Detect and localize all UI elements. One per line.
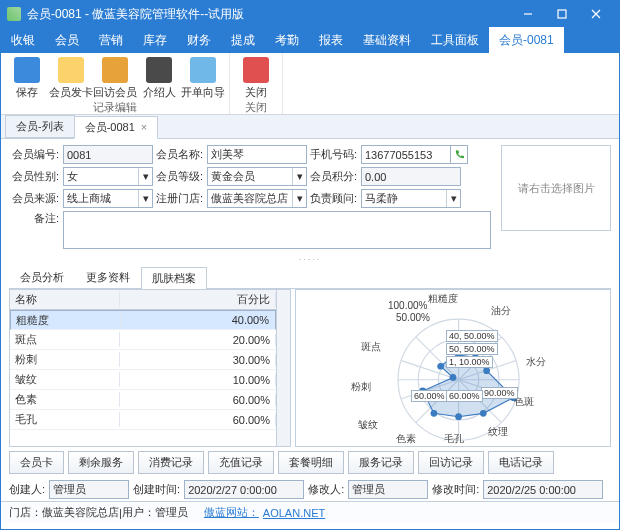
ribbon-icon bbox=[243, 57, 269, 83]
label-id: 会员编号: bbox=[9, 147, 59, 162]
field-mtime: 2020/2/25 0:00:00 bbox=[483, 480, 603, 499]
ribbon-button-label: 回访会员 bbox=[93, 85, 137, 100]
action-button[interactable]: 充值记录 bbox=[208, 451, 274, 474]
cell-pct: 60.00% bbox=[120, 394, 276, 406]
ribbon-button[interactable]: 开单向导 bbox=[181, 55, 225, 100]
field-modifier: 管理员 bbox=[348, 480, 428, 499]
label-points: 会员积分: bbox=[307, 169, 357, 184]
title-bar: 会员-0081 - 傲蓝美容院管理软件--试用版 bbox=[1, 1, 619, 27]
audit-row: 创建人: 管理员 创建时间: 2020/2/27 0:00:00 修改人: 管理… bbox=[1, 478, 619, 501]
menu-item[interactable]: 基础资料 bbox=[353, 27, 421, 53]
select-source[interactable]: 线上商城▾ bbox=[63, 189, 153, 208]
ribbon-button[interactable]: 回访会员 bbox=[93, 55, 137, 100]
radar-axis-label: 油分 bbox=[491, 304, 511, 318]
select-consultant[interactable]: 马柔静▾ bbox=[361, 189, 461, 208]
col-header: 名称 bbox=[10, 292, 120, 307]
tab-close-icon[interactable]: × bbox=[141, 121, 147, 133]
svg-rect-0 bbox=[558, 10, 566, 18]
svg-point-13 bbox=[483, 367, 490, 374]
ribbon-button[interactable]: 保存 bbox=[5, 55, 49, 100]
ribbon-icon bbox=[102, 57, 128, 83]
cell-name: 毛孔 bbox=[10, 412, 120, 427]
ribbon-button[interactable]: 关闭 bbox=[234, 55, 278, 100]
status-link-label: 傲蓝网站： bbox=[204, 505, 259, 520]
label-mtime: 修改时间: bbox=[432, 482, 479, 497]
label-level: 会员等级: bbox=[153, 169, 203, 184]
action-button[interactable]: 剩余服务 bbox=[68, 451, 134, 474]
radar-tick: 100.00% bbox=[388, 300, 427, 311]
document-tab[interactable]: 会员-0081× bbox=[74, 116, 159, 139]
menu-item[interactable]: 收银 bbox=[1, 27, 45, 53]
sub-tab[interactable]: 肌肤档案 bbox=[141, 267, 207, 289]
ribbon-icon bbox=[14, 57, 40, 83]
action-button[interactable]: 会员卡 bbox=[9, 451, 64, 474]
label-phone: 手机号码: bbox=[307, 147, 357, 162]
menu-item[interactable]: 库存 bbox=[133, 27, 177, 53]
menu-item[interactable]: 报表 bbox=[309, 27, 353, 53]
menu-item[interactable]: 工具面板 bbox=[421, 27, 489, 53]
ribbon-group-label: 记录编辑 bbox=[93, 100, 137, 114]
table-row[interactable]: 斑点20.00% bbox=[10, 330, 276, 350]
table-row[interactable]: 皱纹10.00% bbox=[10, 370, 276, 390]
phone-dial-icon[interactable] bbox=[450, 145, 468, 164]
section-divider: ····· bbox=[1, 254, 619, 264]
field-name[interactable]: 刘美琴 bbox=[207, 145, 307, 164]
sub-tab[interactable]: 会员分析 bbox=[9, 266, 75, 288]
field-phone[interactable]: 13677055153 bbox=[361, 145, 451, 164]
scrollbar[interactable] bbox=[276, 290, 290, 446]
action-button[interactable]: 消费记录 bbox=[138, 451, 204, 474]
select-gender[interactable]: 女▾ bbox=[63, 167, 153, 186]
svg-point-19 bbox=[450, 374, 457, 381]
skin-profile-area: 名称百分比粗糙度40.00%斑点20.00%粉刺30.00%皱纹10.00%色素… bbox=[1, 289, 619, 447]
close-button[interactable] bbox=[579, 3, 613, 25]
data-label: 1, 10.00% bbox=[446, 356, 493, 368]
ribbon-button[interactable]: 介绍人 bbox=[137, 55, 181, 100]
radar-axis-label: 纹理 bbox=[488, 425, 508, 439]
label-name: 会员名称: bbox=[153, 147, 203, 162]
ribbon-button-label: 开单向导 bbox=[181, 85, 225, 100]
menu-item[interactable]: 会员-0081 bbox=[489, 27, 564, 53]
radar-axis-label: 毛孔 bbox=[444, 432, 464, 446]
data-label: 90.00% bbox=[481, 387, 518, 399]
menu-item[interactable]: 财务 bbox=[177, 27, 221, 53]
document-tab[interactable]: 会员-列表 bbox=[5, 115, 75, 138]
table-row[interactable]: 色素60.00% bbox=[10, 390, 276, 410]
menu-item[interactable]: 提成 bbox=[221, 27, 265, 53]
label-gender: 会员性别: bbox=[9, 169, 59, 184]
sub-tabs: 会员分析更多资料肌肤档案 bbox=[9, 266, 611, 289]
label-store: 注册门店: bbox=[153, 191, 203, 206]
field-remark[interactable] bbox=[63, 211, 491, 249]
table-row[interactable]: 粉刺30.00% bbox=[10, 350, 276, 370]
maximize-button[interactable] bbox=[545, 3, 579, 25]
status-store: 傲蓝美容院总店 bbox=[42, 505, 119, 520]
cell-pct: 10.00% bbox=[120, 374, 276, 386]
member-form: 会员编号: 0081 会员名称: 刘美琴 手机号码: 13677055153 会… bbox=[1, 139, 619, 254]
ribbon-group-label: 关闭 bbox=[245, 100, 267, 114]
select-level[interactable]: 黄金会员▾ bbox=[207, 167, 307, 186]
skin-table: 名称百分比粗糙度40.00%斑点20.00%粉刺30.00%皱纹10.00%色素… bbox=[9, 289, 291, 447]
radar-tick: 50.00% bbox=[396, 312, 430, 323]
ribbon-button[interactable]: 会员发卡 bbox=[49, 55, 93, 100]
label-consultant: 负责顾问: bbox=[307, 191, 357, 206]
member-photo-placeholder[interactable]: 请右击选择图片 bbox=[501, 145, 611, 231]
radar-chart: 粗糙度油分水分色斑纹理毛孔色素皱纹粉刺斑点 50.00% 100.00% 40,… bbox=[295, 289, 611, 447]
ribbon-group-edit: 保存会员发卡回访会员介绍人开单向导 记录编辑 bbox=[1, 53, 230, 114]
label-modifier: 修改人: bbox=[308, 482, 344, 497]
menu-item[interactable]: 考勤 bbox=[265, 27, 309, 53]
minimize-button[interactable] bbox=[511, 3, 545, 25]
ribbon-icon bbox=[146, 57, 172, 83]
cell-pct: 20.00% bbox=[120, 334, 276, 346]
table-row[interactable]: 粗糙度40.00% bbox=[10, 310, 276, 330]
menu-item[interactable]: 营销 bbox=[89, 27, 133, 53]
table-row[interactable]: 毛孔60.00% bbox=[10, 410, 276, 430]
radar-axis-label: 粉刺 bbox=[351, 380, 371, 394]
ribbon-button-label: 关闭 bbox=[245, 85, 267, 100]
cell-name: 粗糙度 bbox=[11, 313, 121, 328]
field-ctime: 2020/2/27 0:00:00 bbox=[184, 480, 304, 499]
status-link[interactable]: AOLAN.NET bbox=[263, 507, 325, 519]
menu-item[interactable]: 会员 bbox=[45, 27, 89, 53]
app-icon bbox=[7, 7, 21, 21]
select-store[interactable]: 傲蓝美容院总店▾ bbox=[207, 189, 307, 208]
sub-tab[interactable]: 更多资料 bbox=[75, 266, 141, 288]
field-creator: 管理员 bbox=[49, 480, 129, 499]
